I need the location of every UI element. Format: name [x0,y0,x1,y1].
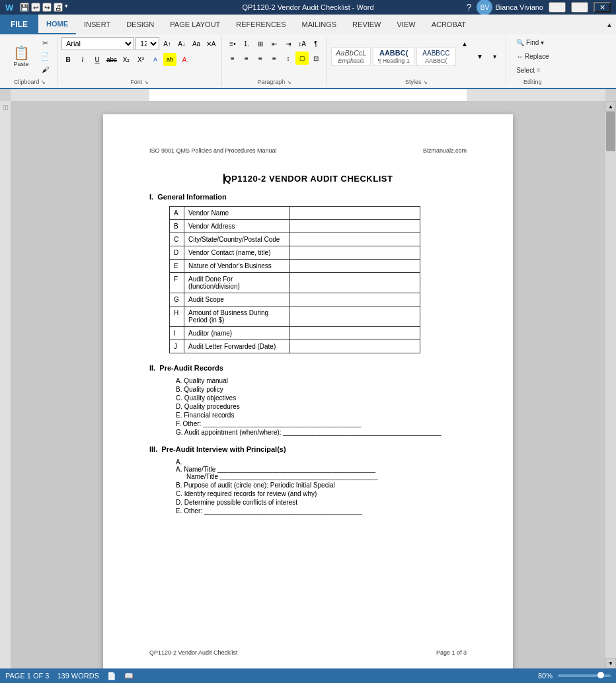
styles-expand[interactable]: ▾ [488,50,502,63]
decrease-font-btn[interactable]: A↓ [175,37,188,50]
row-label: Amount of Business During Period (in $) [184,306,289,327]
font-name-select[interactable]: Arial [61,37,134,50]
word-icon: W [5,3,13,13]
title-bar: W 💾 ↩ ↪ 🖨 ▾ QP1120-2 Vendor Audit Checkl… [0,0,616,15]
style-emphasis[interactable]: AaBbCcL Emphasis [331,47,371,66]
text-highlight-btn[interactable]: ab [163,53,176,66]
close-button[interactable]: ✕ [594,2,611,13]
paste-btn[interactable]: 📋 Paste [7,38,36,74]
cut-btn[interactable]: ✂ [37,37,53,50]
scroll-down-btn[interactable]: ▼ [605,658,616,668]
list-item: Determine possible conflicts of interest [176,499,467,506]
bold-btn[interactable]: B [61,53,75,66]
superscript-btn[interactable]: X² [134,53,147,66]
minimize-button[interactable]: − [549,2,566,13]
section-ii-number: II. [149,364,155,372]
subscript-btn[interactable]: X₂ [120,53,133,66]
section-iii-number: III. [149,445,157,453]
section-ii-title: Pre-Audit Records [159,364,223,372]
italic-btn[interactable]: I [76,53,89,66]
tab-home[interactable]: HOME [38,15,76,34]
section-iii-title: Pre-Audit Interview with Principal(s) [161,445,286,453]
scroll-track[interactable] [605,112,616,658]
font-color-btn[interactable]: A [178,53,191,66]
row-value [289,246,420,260]
row-letter: G [170,293,184,306]
section-i-heading: I. General Information [149,193,467,201]
tab-view[interactable]: VIEW [389,15,424,34]
tab-file[interactable]: FILE [0,15,38,34]
increase-font-btn[interactable]: A↑ [161,37,174,50]
collapse-ribbon-btn[interactable]: ▲ [603,15,616,34]
align-center-btn[interactable]: ≡ [240,52,253,65]
footer-right: Page 1 of 3 [436,649,467,656]
multilevel-btn[interactable]: ⊞ [254,37,267,50]
vertical-scrollbar[interactable]: ▲ ▼ [605,101,616,668]
tab-design[interactable]: DESIGN [118,15,162,34]
row-value [289,293,420,306]
clear-format-btn[interactable]: ✕A [204,37,217,50]
strikethrough-btn[interactable]: abc [105,53,118,66]
maximize-button[interactable]: □ [571,2,588,13]
text-effects-btn[interactable]: A [149,53,162,66]
tab-mailings[interactable]: MAILINGS [294,15,345,34]
numbering-btn[interactable]: 1. [240,37,253,50]
align-right-btn[interactable]: ≡ [254,52,267,65]
copy-btn[interactable]: 📄 [37,50,53,63]
style-heading1[interactable]: AABBC( ¶ Heading 1 [373,47,414,66]
sort-btn[interactable]: ↕A [295,37,309,50]
tab-review[interactable]: REVIEW [344,15,389,34]
table-row: I Auditor (name) [170,327,420,340]
ruler-main [11,89,605,101]
status-left: PAGE 1 OF 3 139 WORDS 📄 📖 [5,672,134,680]
font-size-select[interactable]: 12 [135,37,159,50]
tab-page-layout[interactable]: PAGE LAYOUT [162,15,228,34]
user-avatar: BV [477,0,492,15]
qat-dropdown[interactable]: ▾ [65,3,68,12]
document-area[interactable]: ISO 9001 QMS Policies and Procedures Man… [11,101,605,668]
decrease-indent-btn[interactable]: ⇤ [268,37,281,50]
paragraph-label: Paragraph ↘ [222,79,327,85]
row-label: City/State/Country/Postal Code [184,233,289,246]
scroll-thumb[interactable] [606,112,615,151]
row-label: Vendor Contact (name, title) [184,246,289,260]
bullets-btn[interactable]: ≡• [226,37,239,50]
styles-scroll-up[interactable]: ▲ [458,37,471,50]
scroll-up-btn[interactable]: ▲ [605,101,616,112]
show-marks-btn[interactable]: ¶ [309,37,323,50]
zoom-slider[interactable] [558,674,611,677]
tab-references[interactable]: REFERENCES [228,15,293,34]
help-btn[interactable]: ? [467,2,472,13]
find-btn[interactable]: 🔍 Find ▾ [513,37,547,48]
underline-btn[interactable]: U [91,53,104,66]
table-row: J Audit Letter Forwarded (Date) [170,340,420,353]
ruler [0,89,616,101]
justify-btn[interactable]: ≡ [268,52,281,65]
title-bar-right: ? BV Bianca Viviano − □ ✕ [467,0,611,15]
row-letter: I [170,327,184,340]
font-top-row: Arial 12 A↑ A↓ Aa ✕A [61,37,217,50]
line-spacing-btn[interactable]: ↕ [282,52,295,65]
tab-acrobat[interactable]: ACROBAT [424,15,474,34]
align-left-btn[interactable]: ≡ [226,52,239,65]
undo-qat-btn[interactable]: ↩ [31,3,40,12]
row-label: Nature of Vendor's Business [184,260,289,273]
print-qat-btn[interactable]: 🖨 [54,3,63,12]
tab-insert[interactable]: INSERT [76,15,118,34]
styles-scroll-down[interactable]: ▼ [473,50,486,63]
increase-indent-btn[interactable]: ⇥ [282,37,295,50]
row-value [289,306,420,327]
redo-qat-btn[interactable]: ↪ [42,3,52,12]
style-heading2[interactable]: AABBCC AABBC( [416,48,456,66]
select-btn[interactable]: Select = [513,65,543,76]
format-painter-btn[interactable]: 🖌 [37,63,53,75]
header-left: ISO 9001 QMS Policies and Procedures Man… [149,147,277,154]
border-btn[interactable]: ⊡ [309,52,323,65]
save-qat-btn[interactable]: 💾 [20,3,29,12]
row-letter: B [170,220,184,233]
read-mode-icon[interactable]: 📖 [124,672,134,680]
shading-btn[interactable]: ▢ [295,52,309,65]
header-right: Bizmanualz.com [423,147,467,154]
change-case-btn[interactable]: Aa [190,37,203,50]
replace-btn[interactable]: ↔ Replace [513,51,552,62]
